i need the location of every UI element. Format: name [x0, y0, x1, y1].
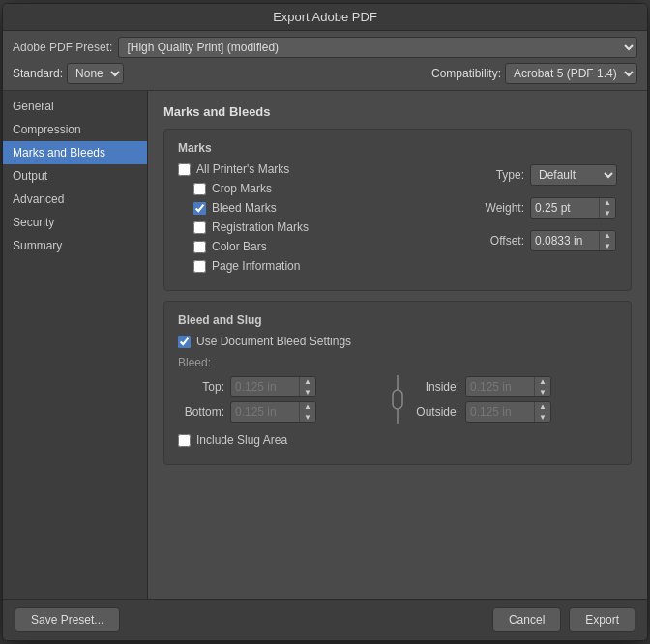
sidebar-item-security[interactable]: Security	[3, 211, 147, 234]
weight-label: Weight:	[476, 201, 524, 215]
svg-rect-1	[393, 390, 402, 409]
save-preset-button[interactable]: Save Preset...	[15, 607, 120, 632]
standard-select[interactable]: None	[67, 63, 124, 84]
bottom-decrement[interactable]: ▼	[300, 412, 315, 423]
preset-select[interactable]: [High Quality Print] (modified)	[118, 37, 637, 58]
inside-bleed-spin: ▲ ▼	[465, 376, 551, 397]
color-bars-row: Color Bars	[178, 240, 457, 253]
sidebar-item-summary[interactable]: Summary	[3, 234, 147, 257]
bottom-bleed-row: Bottom: ▲ ▼	[178, 401, 382, 423]
bottom-bleed-input[interactable]	[231, 405, 299, 419]
action-buttons: Cancel Export	[492, 607, 635, 632]
bottom-bleed-spin: ▲ ▼	[230, 401, 316, 423]
content-area: Marks and Bleeds Marks All Printer's Mar…	[148, 91, 647, 599]
weight-row: Weight: ▲ ▼	[476, 197, 617, 219]
bleed-label: Bleed:	[178, 356, 617, 369]
registration-marks-row: Registration Marks	[178, 220, 457, 234]
crop-marks-row: Crop Marks	[178, 182, 457, 195]
all-printers-marks-checkbox[interactable]	[178, 163, 191, 176]
inside-increment[interactable]: ▲	[535, 376, 550, 387]
weight-increment[interactable]: ▲	[600, 197, 615, 208]
weight-decrement[interactable]: ▼	[600, 208, 615, 219]
offset-spin: ▲ ▼	[530, 230, 616, 251]
offset-input[interactable]	[531, 234, 599, 248]
weight-input[interactable]	[531, 201, 599, 215]
outside-bleed-input[interactable]	[466, 405, 534, 419]
title-bar: Export Adobe PDF	[3, 4, 647, 31]
color-bars-checkbox[interactable]	[193, 241, 206, 253]
use-document-bleed-label[interactable]: Use Document Bleed Settings	[196, 335, 351, 348]
include-slug-label[interactable]: Include Slug Area	[196, 433, 287, 447]
type-label: Type:	[476, 168, 524, 182]
offset-row: Offset: ▲ ▼	[476, 230, 617, 251]
bleed-marks-label[interactable]: Bleed Marks	[212, 201, 277, 215]
marks-panel-title: Marks	[178, 141, 617, 155]
marks-right: Type: Default Weight: ▲	[476, 162, 617, 278]
all-printers-marks-label[interactable]: All Printer's Marks	[196, 162, 289, 176]
inside-bleed-spin-buttons: ▲ ▼	[534, 376, 550, 397]
type-row: Type: Default	[476, 164, 617, 186]
outside-bleed-row: Outside: ▲ ▼	[413, 401, 617, 423]
inside-decrement[interactable]: ▼	[535, 387, 550, 397]
sidebar-item-marks-and-bleeds[interactable]: Marks and Bleeds	[3, 141, 147, 164]
export-button[interactable]: Export	[569, 607, 635, 632]
bleed-grid: Top: ▲ ▼	[178, 375, 617, 424]
sidebar-item-compression[interactable]: Compression	[3, 118, 147, 141]
use-document-bleed-checkbox[interactable]	[178, 336, 191, 348]
export-pdf-dialog: Export Adobe PDF Adobe PDF Preset: [High…	[2, 3, 648, 641]
offset-spin-buttons: ▲ ▼	[599, 230, 615, 251]
top-bleed-spin-buttons: ▲ ▼	[299, 376, 315, 397]
page-information-label[interactable]: Page Information	[212, 259, 300, 273]
outside-increment[interactable]: ▲	[535, 401, 550, 412]
section-title: Marks and Bleeds	[163, 104, 632, 119]
preset-label: Adobe PDF Preset:	[13, 41, 112, 54]
outside-bleed-label: Outside:	[413, 405, 459, 419]
inside-bleed-input[interactable]	[466, 380, 534, 394]
inside-bleed-label: Inside:	[413, 380, 459, 394]
crop-marks-checkbox[interactable]	[193, 183, 206, 195]
compatibility-label: Compatibility:	[431, 67, 501, 80]
sidebar-item-general[interactable]: General	[3, 95, 147, 118]
bleed-slug-panel: Bleed and Slug Use Document Bleed Settin…	[163, 301, 632, 465]
compatibility-select[interactable]: Acrobat 5 (PDF 1.4)	[505, 63, 637, 84]
bleed-values-area: Bleed: Top: ▲ ▼	[178, 356, 617, 424]
outside-bleed-spin: ▲ ▼	[465, 401, 551, 423]
offset-label: Offset:	[476, 234, 524, 248]
sidebar-item-output[interactable]: Output	[3, 164, 147, 188]
weight-spin-buttons: ▲ ▼	[599, 197, 615, 219]
registration-marks-checkbox[interactable]	[193, 221, 206, 234]
bottom-increment[interactable]: ▲	[300, 401, 315, 412]
main-area: General Compression Marks and Bleeds Out…	[3, 91, 647, 599]
offset-decrement[interactable]: ▼	[600, 241, 615, 251]
bleed-right-col: Inside: ▲ ▼	[413, 376, 617, 423]
color-bars-label[interactable]: Color Bars	[212, 240, 267, 253]
bottom-bleed-spin-buttons: ▲ ▼	[299, 401, 315, 423]
registration-marks-label[interactable]: Registration Marks	[212, 220, 309, 234]
use-document-bleed-row: Use Document Bleed Settings	[178, 335, 617, 348]
include-slug-checkbox[interactable]	[178, 434, 191, 447]
marks-left: All Printer's Marks Crop Marks Bleed Mar…	[178, 162, 457, 278]
offset-increment[interactable]: ▲	[600, 230, 615, 241]
bleed-marks-row: Bleed Marks	[178, 201, 457, 215]
bottom-bar: Save Preset... Cancel Export	[3, 599, 647, 640]
inside-bleed-row: Inside: ▲ ▼	[413, 376, 617, 397]
crop-marks-label[interactable]: Crop Marks	[212, 182, 272, 195]
all-printers-marks-row: All Printer's Marks	[178, 162, 457, 176]
top-bleed-input[interactable]	[231, 380, 299, 394]
top-bleed-row: Top: ▲ ▼	[178, 376, 382, 397]
bleed-marks-checkbox[interactable]	[193, 202, 206, 215]
type-select[interactable]: Default	[530, 164, 617, 186]
marks-panel: Marks All Printer's Marks Crop Marks	[163, 129, 632, 291]
cancel-button[interactable]: Cancel	[492, 607, 561, 632]
top-decrement[interactable]: ▼	[300, 387, 315, 397]
chain-link-icon	[390, 375, 405, 424]
bottom-bleed-label: Bottom:	[178, 405, 224, 419]
outside-decrement[interactable]: ▼	[535, 412, 550, 423]
top-bleed-label: Top:	[178, 380, 224, 394]
include-slug-row: Include Slug Area	[178, 433, 617, 447]
page-information-checkbox[interactable]	[193, 260, 206, 273]
weight-spin: ▲ ▼	[530, 197, 616, 219]
top-increment[interactable]: ▲	[300, 376, 315, 387]
page-information-row: Page Information	[178, 259, 457, 273]
sidebar-item-advanced[interactable]: Advanced	[3, 188, 147, 211]
